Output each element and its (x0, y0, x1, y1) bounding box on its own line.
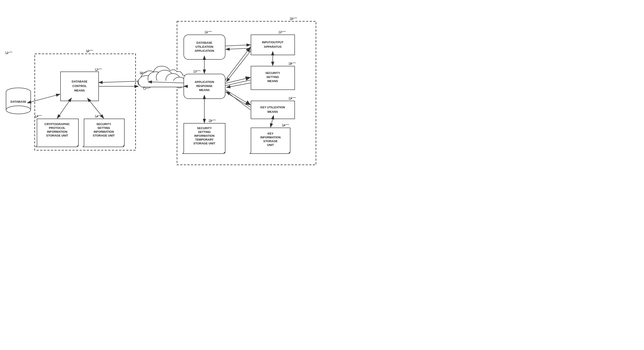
sec-stor-line1: SECURITY (96, 122, 111, 126)
sec-stor-line4: STORAGE UNIT (93, 134, 115, 137)
sec-means-line2: SETTING (266, 75, 279, 79)
crypto-line2: PROTOCOL (49, 126, 65, 130)
io-line2: APPARATUS (264, 45, 282, 49)
svg-rect-11 (141, 81, 185, 88)
sec-temp-line2: SETTING (198, 130, 211, 134)
arrow-response-to-sec-means-2 (225, 80, 250, 86)
db-util-line3: APPLICATION (194, 49, 214, 53)
key-util-line2: MEANS (268, 110, 278, 113)
arrow-response-to-key-util-2 (225, 92, 250, 107)
app-resp-line3: MEANS (199, 88, 210, 92)
key-utilization-box (251, 101, 295, 119)
database-label: DATABASE (10, 100, 26, 103)
arrow-io-to-response (226, 51, 251, 82)
crypto-line4: STORAGE UNIT (46, 134, 68, 137)
diagram-container: 10 20 DATABASE 11 DATABASE CONTROL MEANS… (0, 0, 322, 175)
key-info-line1: KEY (268, 132, 274, 135)
arrow-response-to-key-util (225, 90, 250, 105)
crypto-line1: CRYPTOGRAPHIC (44, 122, 70, 126)
db-util-line2: UTILIZATION (196, 45, 213, 49)
key-info-line4: UNIT (267, 143, 274, 147)
crypto-line3: INFORMATION (47, 130, 68, 133)
db-control-line1: DATABASE (72, 80, 88, 83)
key-info-line3: STORAGE (263, 139, 278, 143)
arrow-db-to-control (31, 94, 60, 102)
sec-stor-line2: SETTING (98, 126, 110, 130)
sec-temp-line3: INFORMATION (194, 134, 215, 137)
sec-temp-line1: SECURITY (197, 126, 212, 130)
io-line1: INPUT/OUTPUT (262, 41, 284, 44)
key-util-line1: KEY UTILIZATION (260, 106, 285, 109)
app-resp-line2: RESPONSE (196, 84, 213, 88)
arrow-response-to-io (225, 47, 250, 80)
database-bottom-ellipse (6, 106, 31, 114)
cloud (138, 66, 187, 90)
sec-stor-line3: INFORMATION (94, 130, 114, 133)
arrow-cloud-to-control-left (98, 81, 138, 83)
sec-temp-line4: TEMPORARY (195, 138, 214, 141)
sec-means-line3: MEANS (268, 79, 278, 83)
arrow-key-util-to-response (226, 92, 250, 110)
arrow-io-to-util (226, 48, 250, 49)
svg-point-13 (144, 88, 146, 90)
sec-temp-line5: STORAGE UNIT (194, 142, 215, 145)
arrow-util-to-io (225, 45, 250, 46)
db-control-line2: CONTROL (72, 84, 87, 88)
sec-means-line1: SECURITY (265, 71, 280, 75)
input-output-box (251, 35, 295, 55)
db-util-line1: DATABASE (196, 41, 212, 44)
arrow-control-to-crypto (57, 101, 70, 118)
key-info-line2: INFORMATION (260, 136, 281, 139)
arrow-key-util-to-key-info (270, 119, 273, 127)
app-resp-line1: APPLICATION (194, 80, 214, 84)
db-control-line3: MEANS (74, 89, 85, 92)
arrow-sec-means-to-response (226, 83, 250, 88)
